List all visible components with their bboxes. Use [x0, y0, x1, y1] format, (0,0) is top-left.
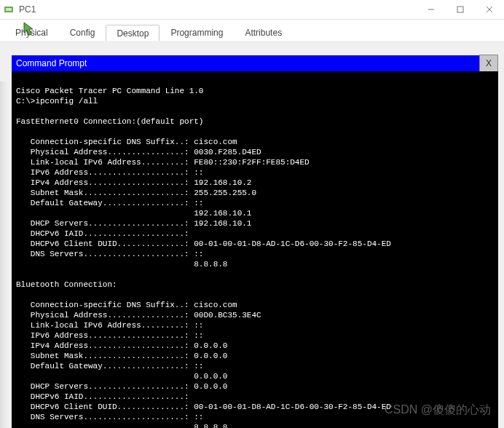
maximize-button[interactable]	[446, 0, 475, 19]
terminal-line: Default Gateway.................: ::	[16, 362, 203, 370]
terminal-line: Subnet Mask.....................: 0.0.0.…	[16, 352, 227, 360]
terminal-line: Default Gateway.................: ::	[16, 199, 203, 207]
terminal-line: Connection-specific DNS Suffix..: cisco.…	[16, 301, 237, 309]
app-icon	[3, 4, 15, 15]
close-button[interactable]	[475, 0, 504, 19]
terminal-line: Physical Address................: 0030.F…	[16, 148, 261, 156]
tab-config[interactable]: Config	[59, 24, 106, 41]
svg-rect-1	[6, 8, 12, 11]
terminal-line: DNS Servers.....................: ::	[16, 413, 203, 421]
terminal-output[interactable]: Cisco Packet Tracer PC Command Line 1.0 …	[12, 71, 498, 428]
tab-bar: Physical Config Desktop Programming Attr…	[0, 20, 504, 42]
window-title-bar: PC1	[0, 0, 504, 20]
terminal-line: 8.8.8.8	[16, 260, 227, 269]
terminal-line: Subnet Mask.....................: 255.25…	[16, 189, 256, 197]
terminal-line: Cisco Packet Tracer PC Command Line 1.0	[16, 87, 203, 95]
terminal-line: Connection-specific DNS Suffix..: cisco.…	[16, 138, 237, 146]
command-prompt-titlebar: Command Prompt X	[12, 55, 498, 71]
tab-programming[interactable]: Programming	[160, 24, 234, 41]
terminal-line: DHCP Servers....................: 0.0.0.…	[16, 382, 227, 391]
terminal-line: IPv6 Address....................: ::	[16, 168, 203, 177]
tab-desktop[interactable]: Desktop	[106, 25, 160, 42]
command-prompt-panel: Command Prompt X Cisco Packet Tracer PC …	[12, 55, 498, 428]
terminal-line: IPv4 Address....................: 192.16…	[16, 178, 251, 187]
terminal-line: DNS Servers.....................: ::	[16, 250, 203, 258]
terminal-line: DHCP Servers....................: 192.16…	[16, 219, 251, 228]
terminal-line: IPv4 Address....................: 0.0.0.…	[16, 341, 227, 350]
terminal-line: DHCPv6 IAID.....................:	[16, 392, 189, 401]
minimize-button[interactable]	[417, 0, 446, 19]
terminal-line: 8.8.8.8	[16, 423, 227, 428]
terminal-line: C:\>ipconfig /all	[16, 97, 98, 106]
terminal-line: FastEthernet0 Connection:(default port)	[16, 117, 203, 126]
terminal-line: IPv6 Address....................: ::	[16, 331, 203, 340]
command-prompt-title: Command Prompt	[16, 58, 479, 68]
tab-attributes[interactable]: Attributes	[234, 24, 293, 41]
terminal-line: 0.0.0.0	[16, 372, 227, 381]
terminal-line: Link-local IPv6 Address.........: ::	[16, 321, 203, 330]
workspace: Command Prompt X Cisco Packet Tracer PC …	[0, 41, 504, 428]
terminal-line: DHCPv6 IAID.....................:	[16, 229, 189, 238]
left-shadow	[0, 82, 7, 428]
terminal-line: Link-local IPv6 Address.........: FE80::…	[16, 158, 310, 167]
svg-rect-3	[457, 7, 463, 12]
watermark: CSDN @傻傻的心动	[385, 403, 491, 418]
cursor-icon	[23, 22, 34, 36]
terminal-line: Bluetooth Connection:	[16, 280, 117, 289]
terminal-line: 192.168.10.1	[16, 209, 251, 218]
terminal-line: DHCPv6 Client DUID..............: 00-01-…	[16, 403, 391, 411]
window-title: PC1	[19, 4, 36, 15]
terminal-line: Physical Address................: 00D0.B…	[16, 311, 261, 320]
svg-marker-6	[24, 23, 33, 35]
terminal-line: DHCPv6 Client DUID..............: 00-01-…	[16, 239, 391, 248]
command-prompt-close-button[interactable]: X	[479, 55, 498, 72]
